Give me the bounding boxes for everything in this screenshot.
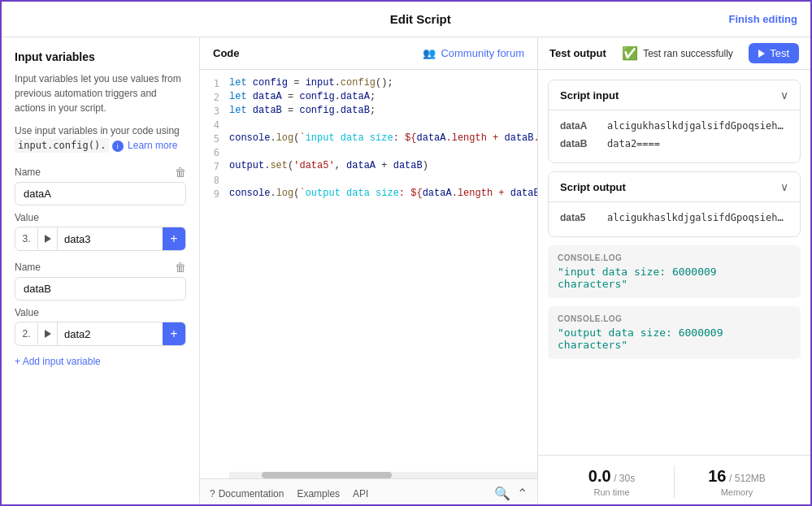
variable-2-value-text: data2 [58,323,163,345]
memory-label: Memory [675,487,799,497]
input-variables-title: Input variables [15,50,186,63]
code-line-4: 4 [200,118,537,132]
script-input-title: Script input [560,89,619,102]
script-input-val-2: data2==== [607,138,660,149]
code-line-6: 6 [200,145,537,159]
code-footer: ? Documentation Examples API 🔍 ⌃ [200,478,537,506]
footer-links: ? Documentation Examples API [210,488,368,500]
code-line-7: 7 output.set('data5', dataA + dataB) [200,159,537,173]
variable-2-value-selector: 2. data2 + [15,322,186,346]
code-line-2: 2 let dataA = config.dataA; [200,90,537,104]
variable-2-delete-icon[interactable]: 🗑 [175,261,186,274]
learn-more-link[interactable]: Learn more [128,140,177,151]
variable-block-1: Name 🗑 Value 3. data3 + [15,166,186,251]
code-header: Code 👥 Community forum [200,37,537,70]
test-button[interactable]: Test [749,43,799,63]
variable-2-play-button[interactable] [38,322,58,345]
variable-2-add-button[interactable]: + [163,322,185,345]
community-forum-label: Community forum [441,47,524,59]
community-forum-link[interactable]: 👥 Community forum [423,47,524,59]
examples-link[interactable]: Examples [297,488,340,500]
variable-1-add-button[interactable]: + [163,227,185,250]
right-header: Test output ✅ Test ran successfully Test [538,37,810,70]
code-panel: Code 👥 Community forum 1 let config = in… [200,37,538,506]
variable-2-name-label: Name [15,262,41,273]
right-footer: 0.0 / 30s Run time 16 / 512MB Memory [538,455,810,506]
run-time-label: Run time [549,487,674,497]
memory-value: 16 / 512MB [675,467,799,486]
success-icon: ✅ [622,45,638,61]
input-variables-description2: Use input variables in your code using i… [15,123,186,153]
variable-1-value-text: data3 [58,228,163,250]
finish-editing-button[interactable]: Finish editing [728,13,797,25]
console-log-1: CONSOLE.LOG "input data size: 6000009 ch… [548,245,801,298]
left-panel: Input variables Input variables let you … [2,37,200,506]
code-line-9: 9 console.log(`output data size: ${dataA… [200,187,537,201]
run-time-metric: 0.0 / 30s Run time [549,467,674,497]
console-log-2: CONSOLE.LOG "output data size: 6000009 c… [548,306,801,359]
api-link[interactable]: API [353,488,368,500]
scroll-thumb[interactable] [262,472,392,478]
script-input-val-1: alcigukhaslkdjgalsifdGpoqsiehfpoaaligukh… [607,120,786,132]
variable-1-name-input[interactable] [15,182,186,205]
info-icon: i [112,141,124,152]
script-input-key-1: dataA [560,120,601,132]
input-code-snippet: input.config(). [15,138,109,153]
variable-1-header: Name 🗑 [15,166,186,179]
script-output-header[interactable]: Script output ∨ [549,172,800,201]
script-output-val-1: alcigukhaslkdjgalsifdGpoqsiehfpoaaligukh… [607,212,786,223]
console-log-2-label: CONSOLE.LOG [558,314,791,323]
variable-1-play-button[interactable] [38,227,58,250]
script-input-row-1: dataA alcigukhaslkdjgalsifdGpoqsiehfpoaa… [560,117,788,135]
code-editor-area[interactable]: 1 let config = input.config(); 2 let dat… [200,70,537,478]
help-icon: ? [210,488,215,500]
script-output-title: Script output [560,181,626,193]
title-bar: Edit Script Finish editing [2,2,810,37]
memory-metric: 16 / 512MB Memory [675,467,799,497]
variable-1-value-label: Value [15,212,186,223]
variable-2-value-label: Value [15,307,186,318]
script-output-chevron: ∨ [780,180,788,193]
test-play-icon [758,50,765,58]
test-status: ✅ Test ran successfully [622,45,733,61]
variable-2-value-num: 2. [15,323,38,344]
variable-1-value-selector: 3. data3 + [15,227,186,251]
code-line-5: 5 console.log(`input data size: ${dataA.… [200,132,537,145]
script-input-body: dataA alcigukhaslkdjgalsifdGpoqsiehfpoaa… [549,110,800,162]
code-editor[interactable]: 1 let config = input.config(); 2 let dat… [200,70,537,207]
play-icon [45,235,51,243]
script-output-row-1: data5 alcigukhaslkdjgalsifdGpoqsiehfpoaa… [560,209,788,227]
script-input-section: Script input ∨ dataA alcigukhaslkdjgalsi… [548,80,801,163]
console-log-1-label: CONSOLE.LOG [558,253,791,262]
script-input-header[interactable]: Script input ∨ [549,80,800,110]
script-input-row-2: dataB data2==== [560,135,788,153]
code-line-3: 3 let dataB = config.dataB; [200,104,537,118]
variable-1-value-num: 3. [15,228,38,249]
script-input-key-2: dataB [560,138,601,149]
right-content: Script input ∨ dataA alcigukhaslkdjgalsi… [538,70,810,455]
script-input-chevron: ∨ [780,89,788,102]
page-title: Edit Script [390,12,451,26]
footer-actions: 🔍 ⌃ [494,486,528,501]
console-log-2-value: "output data size: 6000009 characters" [558,327,791,351]
variable-2-name-input[interactable] [15,277,186,301]
variable-block-2: Name 🗑 Value 2. data2 + [15,261,186,346]
code-line-8: 8 [200,173,537,187]
variable-1-delete-icon[interactable]: 🗑 [175,166,186,179]
right-panel: Test output ✅ Test ran successfully Test… [538,37,810,506]
variable-2-header: Name 🗑 [15,261,186,274]
code-line-1: 1 let config = input.config(); [200,76,537,90]
script-output-section: Script output ∨ data5 alcigukhaslkdjgals… [548,171,801,237]
community-icon: 👥 [423,47,436,59]
main-layout: Input variables Input variables let you … [2,37,810,506]
test-output-title: Test output [549,47,606,59]
variable-1-name-label: Name [15,167,41,178]
test-success-text: Test ran successfully [643,48,733,59]
expand-icon[interactable]: ⌃ [517,486,528,501]
script-output-key-1: data5 [560,212,601,223]
add-input-variable-button[interactable]: + Add input variable [15,356,186,367]
documentation-link[interactable]: ? Documentation [210,488,284,500]
scroll-track [229,472,537,478]
input-variables-description: Input variables let you use values from … [15,71,186,115]
search-icon[interactable]: 🔍 [494,486,510,501]
